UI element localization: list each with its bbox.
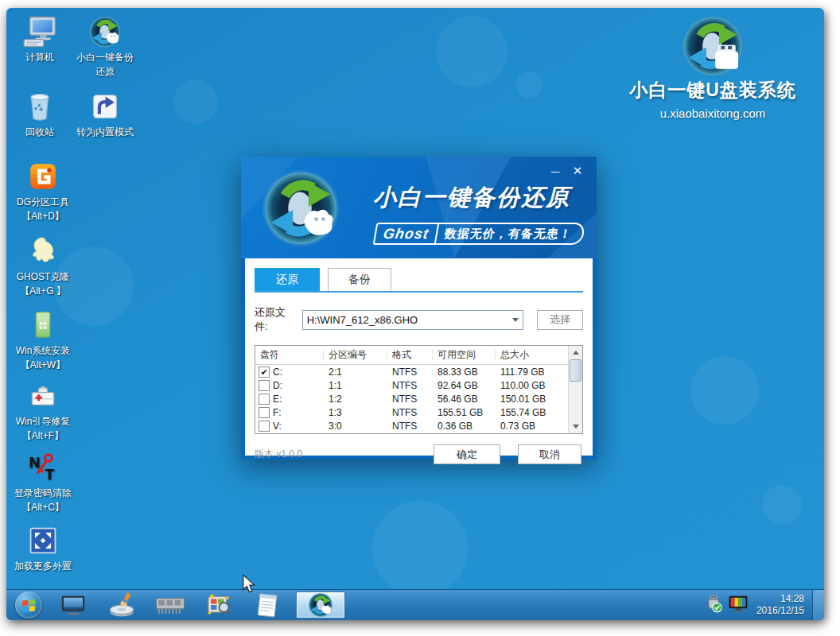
cell-partition: 3:0 — [324, 421, 387, 432]
row-checkbox[interactable]: ✔ — [259, 366, 270, 378]
taskbar-display-icon[interactable] — [56, 591, 91, 619]
desktop-icon-dg-partition[interactable]: DG分区工具 【Alt+D】 — [6, 159, 80, 223]
computer-icon — [22, 14, 57, 49]
svg-text:N: N — [29, 454, 41, 471]
nt-key-icon: N T — [25, 450, 60, 485]
cell-format: NTFS — [387, 380, 433, 391]
select-file-button[interactable]: 选择 — [537, 310, 583, 330]
tab-restore[interactable]: 还原 — [255, 268, 320, 291]
backup-restore-dialog: 小白一键备份还原 Ghost 数据无价，有备无患！ ─ ✕ 还原 备份 还原文件… — [241, 157, 597, 460]
bubble-decoration — [515, 72, 542, 99]
brand-url: u.xiaobaixitong.com — [617, 107, 808, 120]
col-header-partition[interactable]: 分区编号 — [324, 349, 387, 361]
chevron-down-icon[interactable] — [512, 318, 519, 322]
toolbox-icon — [25, 378, 60, 413]
table-header: 盘符 分区编号 格式 可用空间 总大小 — [255, 346, 582, 365]
table-row[interactable]: V: 3:0 NTFS 0.36 GB 0.73 GB — [255, 419, 582, 432]
desktop-icon-load-more[interactable]: 加载更多外置 — [6, 523, 80, 572]
restore-file-label: 还原文件: — [255, 305, 298, 334]
cell-format: NTFS — [387, 394, 433, 405]
table-row[interactable]: F: 1:3 NTFS 155.51 GB 155.74 GB — [255, 405, 582, 419]
ghost-badge: Ghost 数据无价，有备无患！ — [373, 223, 586, 245]
desktop-icon-ghost-clone[interactable]: GHOST克隆 【Alt+G 】 — [6, 234, 80, 297]
backup-restore-icon — [88, 14, 122, 49]
dialog-logo-icon — [262, 169, 340, 247]
desktop-icon-internal-mode[interactable]: 转为内置模式 — [67, 89, 143, 138]
col-header-free[interactable]: 可用空间 — [433, 349, 496, 361]
partition-table: 盘符 分区编号 格式 可用空间 总大小 ✔C: 2:1 NTFS 88.33 G… — [255, 345, 583, 434]
desktop-background[interactable]: 计算机 小白一键备份 还原 回收站 — [6, 8, 824, 620]
ok-button[interactable]: 确定 — [434, 444, 500, 464]
cell-format: NTFS — [387, 366, 433, 378]
vertical-scrollbar[interactable] — [568, 346, 582, 433]
cell-free: 88.33 GB — [433, 366, 496, 378]
bubble-decoration — [372, 501, 468, 596]
desktop-icon-label: 小白一键备份 — [76, 52, 134, 64]
taskbar-clock[interactable]: 14:28 2016/12/15 — [756, 593, 804, 617]
desktop-icon-label: Win系统安装 — [16, 345, 71, 357]
table-row[interactable]: ✔C: 2:1 NTFS 88.33 GB 111.79 GB — [255, 365, 582, 378]
desktop-icon-password-clear[interactable]: N T 登录密码清除 【Alt+C】 — [6, 450, 80, 514]
row-checkbox[interactable] — [259, 421, 270, 432]
desktop-icon-win-install[interactable]: Win系统安装 【Alt+W】 — [6, 308, 80, 371]
scroll-up-icon[interactable] — [573, 351, 579, 355]
taskbar-display-tweak-icon[interactable] — [201, 591, 236, 619]
cell-free: 155.51 GB — [433, 407, 496, 418]
cancel-button[interactable]: 取消 — [518, 444, 581, 464]
taskbar-notepad-icon[interactable] — [250, 591, 285, 619]
desktop-icon-label: 登录密码清除 — [14, 487, 72, 499]
desktop-icon-label: 回收站 — [25, 126, 54, 138]
restore-file-combobox[interactable]: H:\WIN7_612_x86.GHO — [302, 310, 523, 330]
row-checkbox[interactable] — [259, 380, 270, 391]
tab-bar: 还原 备份 — [255, 268, 583, 293]
usb-tray-icon[interactable] — [704, 594, 723, 616]
desktop-icon-label: 加载更多外置 — [14, 560, 72, 572]
scroll-down-icon[interactable] — [573, 425, 579, 429]
dialog-footer: 版本 v1.0.0 确定 取消 — [255, 444, 583, 464]
cell-format: NTFS — [387, 407, 433, 418]
cell-free: 56.46 GB — [433, 394, 496, 405]
clock-date: 2016/12/15 — [756, 605, 804, 617]
col-header-drive[interactable]: 盘符 — [255, 349, 324, 361]
row-checkbox[interactable] — [259, 394, 270, 405]
desktop-icon-boot-repair[interactable]: Win引导修复 【Alt+F】 — [6, 378, 80, 442]
cell-drive: E: — [273, 394, 282, 405]
cell-partition: 2:1 — [324, 366, 387, 378]
minimize-button[interactable]: ─ — [544, 161, 566, 180]
window-controls: ─ ✕ — [544, 161, 589, 180]
show-desktop-button[interactable] — [812, 590, 824, 620]
desktop-icon-label: 【Alt+F】 — [22, 430, 64, 442]
cell-format: NTFS — [387, 421, 433, 432]
taskbar-memory-icon[interactable] — [153, 591, 188, 619]
ghost-badge-slogan: 数据无价，有备无患！ — [436, 227, 573, 242]
cell-drive: F: — [273, 407, 282, 418]
start-button[interactable] — [15, 591, 42, 619]
display-tray-icon[interactable] — [728, 595, 749, 616]
table-row[interactable]: D: 1:1 NTFS 92.64 GB 110.00 GB — [255, 378, 582, 392]
ghost-icon — [25, 234, 60, 269]
restore-file-value: H:\WIN7_612_x86.GHO — [307, 314, 418, 326]
desktop-icon-label: 还原 — [95, 66, 115, 78]
close-button[interactable]: ✕ — [566, 161, 589, 180]
bubble-decoration — [173, 80, 218, 124]
desktop-icon-label: Win引导修复 — [16, 416, 71, 428]
restore-file-row: 还原文件: H:\WIN7_612_x86.GHO 选择 — [255, 305, 583, 334]
tab-backup[interactable]: 备份 — [328, 268, 391, 291]
table-row[interactable]: E: 1:2 NTFS 56.46 GB 150.01 GB — [255, 392, 582, 405]
desktop-icon-computer[interactable]: 计算机 — [6, 14, 73, 64]
row-checkbox[interactable] — [259, 407, 270, 418]
col-header-format[interactable]: 格式 — [387, 349, 433, 361]
scrollbar-thumb[interactable] — [570, 359, 581, 382]
bubble-decoration — [436, 16, 508, 87]
desktop-icon-recycle-bin[interactable]: 回收站 — [6, 89, 73, 138]
brand-logo-block: 小白一键U盘装系统 u.xiaobaixitong.com — [617, 14, 808, 120]
taskbar-disk-cleanup-icon[interactable] — [104, 591, 139, 619]
shortcut-arrow-icon — [88, 89, 122, 124]
diskgenius-icon — [25, 159, 60, 194]
cell-drive: C: — [273, 366, 282, 378]
expand-arrows-icon — [25, 523, 60, 558]
desktop-icon-xiaobai-backup[interactable]: 小白一键备份 还原 — [67, 14, 143, 78]
desktop-icon-label: 【Alt+C】 — [21, 502, 64, 514]
cell-partition: 1:3 — [324, 407, 387, 418]
taskbar-xiaobai-backup-active[interactable] — [296, 591, 345, 619]
